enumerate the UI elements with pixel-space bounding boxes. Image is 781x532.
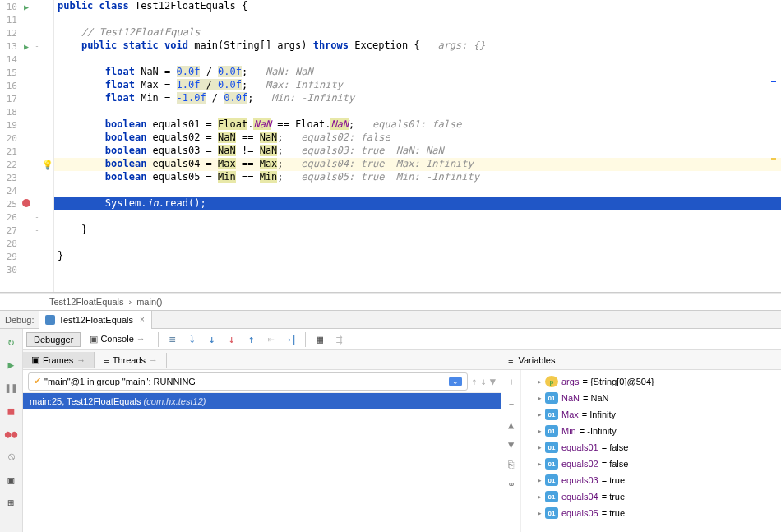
line-number[interactable]: 10 — [0, 2, 21, 12]
line-number[interactable]: 12 — [0, 28, 21, 39]
line-number[interactable]: 11 — [0, 15, 21, 25]
rerun-button[interactable]: ↻ — [4, 334, 19, 349]
thread-selector[interactable]: ✔ "main"@1 in group "main": RUNNING ⌄ — [28, 372, 468, 391]
run-gutter-icon[interactable]: ▶ — [24, 42, 29, 51]
line-number[interactable]: 22 — [0, 160, 21, 170]
line-number[interactable]: 30 — [0, 265, 21, 275]
force-step-into-icon[interactable]: ↓ — [223, 331, 241, 349]
fold-icon[interactable]: - — [32, 226, 42, 234]
pause-button[interactable]: ❚❚ — [4, 380, 19, 395]
code-line[interactable] — [54, 237, 781, 250]
prev-frame-icon[interactable]: ↑ — [471, 376, 477, 387]
line-number[interactable]: 19 — [0, 120, 21, 131]
remove-watch-icon[interactable]: － — [506, 397, 516, 411]
code-line[interactable] — [54, 263, 781, 276]
copy-icon[interactable]: ⎘ — [508, 459, 514, 470]
code-line[interactable] — [54, 184, 781, 197]
code-line[interactable]: boolean equals01 = Float.NaN == Float.Na… — [54, 118, 781, 132]
code-line[interactable]: boolean equals04 = Max == Max; equals04:… — [54, 158, 781, 171]
variable-row[interactable]: ▸01 equals05 = true — [521, 505, 781, 521]
frames-tab[interactable]: ▣Frames → — [23, 352, 95, 368]
code-line[interactable] — [54, 210, 781, 224]
breadcrumb[interactable]: Test12FloatEquals › main() — [0, 293, 781, 311]
code-line[interactable]: boolean equals02 = NaN == NaN; equals02:… — [54, 132, 781, 145]
line-number[interactable]: 23 — [0, 173, 21, 183]
variable-row[interactable]: ▸01 equals04 = true — [521, 488, 781, 505]
run-gutter-icon[interactable]: ▶ — [24, 2, 29, 12]
code-line[interactable]: float Max = 1.0f / 0.0f; Max: Infinity — [54, 79, 781, 92]
line-number[interactable]: 29 — [0, 252, 21, 262]
variable-row[interactable]: ▸01 equals01 = false — [521, 439, 781, 456]
line-number[interactable]: 24 — [0, 186, 21, 197]
breakpoint-icon[interactable] — [22, 199, 30, 207]
resume-button[interactable]: ▶ — [4, 357, 19, 372]
line-number[interactable]: 20 — [0, 133, 21, 144]
line-number[interactable]: 26 — [0, 212, 21, 223]
code-area[interactable]: public class Test12FloatEquals { // Test… — [54, 0, 781, 292]
line-number[interactable]: 21 — [0, 146, 21, 157]
variable-row[interactable]: ▸01 equals02 = false — [521, 456, 781, 472]
intention-bulb-icon[interactable]: 💡 — [42, 160, 53, 170]
fold-icon[interactable]: - — [32, 2, 42, 11]
variables-list[interactable]: ▸p args = {String[0]@504}▸01 NaN = NaN▸0… — [521, 370, 781, 532]
up-icon[interactable]: ▲ — [508, 419, 514, 431]
line-number[interactable]: 27 — [0, 225, 21, 236]
code-line[interactable] — [54, 105, 781, 118]
variables-icon: ≡ — [508, 355, 513, 365]
stack-frame-row[interactable]: main:25, Test12FloatEquals (com.hx.test1… — [23, 393, 501, 409]
close-icon[interactable]: × — [140, 315, 145, 324]
trace-icon[interactable]: ⇶ — [330, 331, 349, 349]
stop-button[interactable]: ■ — [4, 403, 19, 418]
code-line[interactable]: } — [54, 250, 781, 263]
drop-frame-icon[interactable]: ⇤ — [262, 331, 280, 349]
evaluate-icon[interactable]: ▦ — [311, 331, 329, 349]
down-icon[interactable]: ▼ — [508, 439, 514, 451]
line-number[interactable]: 15 — [0, 67, 21, 78]
code-line[interactable]: boolean equals03 = NaN != NaN; equals03:… — [54, 145, 781, 158]
line-number[interactable]: 17 — [0, 94, 21, 104]
code-line[interactable]: } — [54, 224, 781, 237]
view-breakpoints-button[interactable]: ●● — [4, 426, 19, 441]
code-line[interactable] — [54, 53, 781, 66]
step-out-icon[interactable]: ↑ — [243, 331, 261, 349]
variable-row[interactable]: ▸01 Min = -Infinity — [521, 423, 781, 439]
variable-row[interactable]: ▸01 Max = Infinity — [521, 406, 781, 423]
next-frame-icon[interactable]: ↓ — [481, 376, 487, 387]
code-line[interactable]: public class Test12FloatEquals { — [54, 0, 781, 13]
step-into-icon[interactable]: ↓ — [203, 331, 221, 349]
link-icon[interactable]: ⚭ — [507, 479, 515, 490]
fold-icon[interactable]: - — [32, 213, 42, 221]
variable-row[interactable]: ▸01 NaN = NaN — [521, 390, 781, 406]
new-watch-icon[interactable]: ＋ — [506, 375, 516, 389]
run-to-cursor-icon[interactable]: →| — [282, 331, 300, 349]
debugger-tab[interactable]: Debugger — [26, 332, 81, 347]
breadcrumb-class[interactable]: Test12FloatEquals — [49, 297, 124, 307]
line-number[interactable]: 14 — [0, 54, 21, 65]
code-line[interactable]: public static void main(String[] args) t… — [54, 39, 781, 53]
code-line[interactable]: float Min = -1.0f / 0.0f; Min: -Infinity — [54, 92, 781, 105]
fold-icon[interactable]: - — [32, 42, 42, 50]
line-number[interactable]: 18 — [0, 107, 21, 118]
line-number[interactable]: 13 — [0, 41, 21, 52]
code-line[interactable]: // Test12FloatEquals — [54, 26, 781, 39]
show-exec-point-icon[interactable]: ≡ — [164, 331, 182, 349]
breadcrumb-method[interactable]: main() — [136, 297, 162, 307]
threads-tab[interactable]: ≡Threads → — [95, 353, 167, 368]
step-over-icon[interactable]: ⤵ — [183, 331, 201, 349]
filter-icon[interactable]: ▼ — [490, 376, 496, 387]
code-line[interactable]: System.in.read(); — [54, 197, 781, 210]
console-tab[interactable]: ▣ Console → — [82, 331, 152, 347]
line-number[interactable]: 25 — [0, 199, 21, 210]
code-line[interactable]: boolean equals05 = Min == Min; equals05:… — [54, 171, 781, 184]
variable-row[interactable]: ▸01 equals03 = true — [521, 472, 781, 488]
mute-breakpoints-button[interactable]: ⦸ — [4, 449, 19, 464]
line-number[interactable]: 16 — [0, 81, 21, 91]
line-number[interactable]: 28 — [0, 238, 21, 249]
dropdown-icon[interactable]: ⌄ — [449, 377, 462, 386]
variable-row[interactable]: ▸p args = {String[0]@504} — [521, 373, 781, 390]
settings-icon[interactable]: ⊞ — [4, 495, 19, 510]
debug-config-tab[interactable]: Test12FloatEquals × — [39, 311, 151, 329]
camera-icon[interactable]: ▣ — [4, 472, 19, 487]
code-line[interactable]: float NaN = 0.0f / 0.0f; NaN: NaN — [54, 66, 781, 79]
code-line[interactable] — [54, 13, 781, 26]
